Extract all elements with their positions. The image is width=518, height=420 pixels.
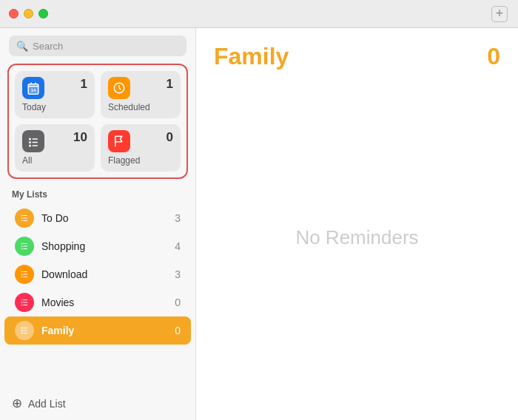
svg-point-3 xyxy=(29,138,31,140)
close-button[interactable] xyxy=(9,9,18,18)
today-count: 1 xyxy=(81,77,87,92)
movies-name: Movies xyxy=(41,297,167,308)
all-label: All xyxy=(22,155,87,166)
svg-point-37 xyxy=(21,332,22,333)
svg-rect-10 xyxy=(23,215,27,216)
main-layout: 🔍 Search 14 1 Today xyxy=(0,28,518,420)
svg-rect-28 xyxy=(23,299,27,300)
smart-card-flagged[interactable]: 0 Flagged xyxy=(101,124,181,172)
svg-point-33 xyxy=(21,327,22,328)
shopping-name: Shopping xyxy=(41,240,167,252)
add-reminder-button[interactable]: + xyxy=(491,6,508,22)
no-reminders-message: No Reminders xyxy=(214,70,500,405)
list-item-download[interactable]: Download 3 xyxy=(4,260,191,288)
svg-point-9 xyxy=(21,214,22,216)
svg-rect-26 xyxy=(23,277,27,277)
svg-rect-14 xyxy=(23,220,27,221)
my-lists-header: My Lists xyxy=(0,188,195,204)
svg-rect-7 xyxy=(33,142,38,143)
add-list-icon: ⊕ xyxy=(12,396,22,411)
todo-name: To Do xyxy=(41,212,167,224)
svg-point-21 xyxy=(21,271,22,272)
movies-count: 0 xyxy=(175,297,181,308)
svg-point-17 xyxy=(21,245,22,247)
search-bar[interactable]: 🔍 Search xyxy=(9,35,186,56)
family-bullet xyxy=(15,321,34,340)
movies-bullet xyxy=(15,293,34,312)
flagged-count: 0 xyxy=(166,130,173,145)
minimize-button[interactable] xyxy=(24,9,33,18)
sidebar: 🔍 Search 14 1 Today xyxy=(0,28,196,420)
svg-rect-12 xyxy=(23,217,27,218)
svg-point-5 xyxy=(29,145,31,147)
smart-card-today[interactable]: 14 1 Today xyxy=(15,71,95,118)
family-count: 0 xyxy=(175,325,181,336)
family-name: Family xyxy=(41,325,167,336)
traffic-lights xyxy=(9,9,48,18)
content-header: Family 0 xyxy=(214,43,500,70)
smart-card-all[interactable]: 10 All xyxy=(15,124,95,172)
flagged-label: Flagged xyxy=(108,155,173,166)
svg-rect-24 xyxy=(23,274,27,274)
svg-text:14: 14 xyxy=(31,88,36,92)
scheduled-count: 1 xyxy=(166,77,173,92)
svg-rect-38 xyxy=(23,333,27,333)
search-icon: 🔍 xyxy=(16,41,28,52)
search-placeholder: Search xyxy=(33,41,63,52)
content-title: Family xyxy=(214,43,289,70)
all-icon xyxy=(22,130,44,152)
list-item-movies[interactable]: Movies 0 xyxy=(4,288,191,316)
svg-rect-36 xyxy=(23,330,27,331)
shopping-bullet xyxy=(15,237,34,256)
smart-card-scheduled[interactable]: 1 Scheduled xyxy=(101,71,181,118)
svg-point-31 xyxy=(21,304,22,305)
download-bullet xyxy=(15,265,34,284)
svg-rect-34 xyxy=(23,328,27,328)
svg-rect-22 xyxy=(23,271,27,272)
list-item-shopping[interactable]: Shopping 4 xyxy=(4,232,191,260)
content-area: Family 0 No Reminders xyxy=(196,28,518,420)
list-item-todo[interactable]: To Do 3 xyxy=(4,204,191,232)
flagged-icon xyxy=(108,130,130,152)
todo-bullet xyxy=(15,209,34,228)
svg-point-4 xyxy=(29,141,31,143)
svg-rect-20 xyxy=(23,248,27,249)
svg-rect-30 xyxy=(23,302,27,302)
svg-rect-16 xyxy=(23,243,27,244)
fullscreen-button[interactable] xyxy=(38,9,48,18)
add-list-button[interactable]: ⊕ Add List xyxy=(0,387,195,420)
download-count: 3 xyxy=(175,268,181,280)
svg-point-25 xyxy=(21,276,22,277)
todo-count: 3 xyxy=(175,212,181,224)
list-item-family[interactable]: Family 0 xyxy=(4,316,191,345)
svg-point-27 xyxy=(21,299,22,300)
scheduled-icon xyxy=(108,77,130,99)
add-list-label: Add List xyxy=(28,398,66,410)
scheduled-label: Scheduled xyxy=(108,102,173,112)
svg-point-15 xyxy=(21,243,22,244)
svg-rect-32 xyxy=(23,305,27,305)
svg-rect-8 xyxy=(33,145,38,146)
today-label: Today xyxy=(22,102,87,112)
content-count: 0 xyxy=(487,43,500,70)
svg-point-13 xyxy=(21,220,22,221)
svg-point-29 xyxy=(21,302,22,303)
svg-point-11 xyxy=(21,217,22,219)
shopping-count: 4 xyxy=(175,240,181,252)
svg-point-19 xyxy=(21,248,22,249)
titlebar: + xyxy=(0,0,518,28)
today-icon: 14 xyxy=(22,77,44,99)
all-count: 10 xyxy=(73,130,87,145)
download-name: Download xyxy=(41,268,167,280)
svg-rect-18 xyxy=(23,245,27,246)
smart-groups: 14 1 Today 1 Schedul xyxy=(7,64,188,179)
svg-rect-6 xyxy=(33,138,38,140)
svg-point-23 xyxy=(21,274,22,275)
svg-point-35 xyxy=(21,330,22,331)
